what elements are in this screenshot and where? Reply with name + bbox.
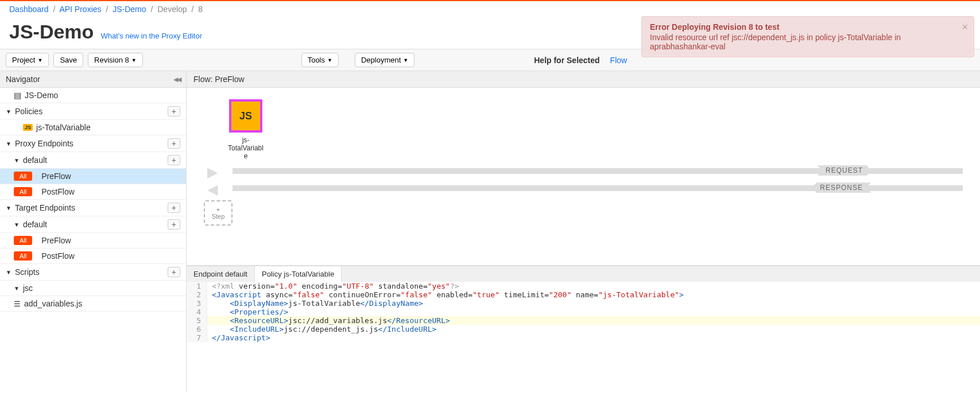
project-dropdown[interactable]: Project▼ — [6, 53, 49, 67]
all-badge: All — [14, 251, 32, 261]
help-for-selected-label: Help for Selected — [534, 56, 599, 65]
nav-policies-section[interactable]: ▼ Policies + — [0, 103, 186, 120]
alert-body: Invalid resource url ref jsc://dependent… — [650, 33, 955, 51]
policy-step-label: js-TotalVariable — [227, 136, 265, 160]
request-label: REQUEST — [818, 165, 871, 176]
save-button[interactable]: Save — [53, 53, 83, 67]
nav-proxy-postflow[interactable]: All PostFlow — [0, 184, 186, 200]
editor-tabs: Endpoint default Policy js-TotalVariable — [187, 266, 980, 282]
nav-root[interactable]: ▤ JS-Demo — [0, 88, 186, 103]
code-line[interactable]: 6 <IncludeURL>jsc://dependent_js.js</Inc… — [187, 325, 980, 333]
add-script-button[interactable]: + — [168, 267, 180, 277]
collapse-nav-icon[interactable]: ◀◀ — [173, 76, 180, 83]
code-line[interactable]: 5 <ResourceURL>jsc://add_variables.js</R… — [187, 316, 980, 325]
error-alert: × Error Deploying Revision 8 to test Inv… — [641, 16, 974, 57]
code-editor[interactable]: 1<?xml version="1.0" encoding="UTF-8" st… — [187, 282, 980, 342]
chevron-down-icon: ▼ — [6, 141, 11, 147]
nav-target-preflow[interactable]: All PreFlow — [0, 233, 186, 248]
navigator-title: Navigator — [6, 75, 40, 84]
code-line[interactable]: 1<?xml version="1.0" encoding="UTF-8" st… — [187, 282, 980, 290]
navigator: Navigator ◀◀ ▤ JS-Demo ▼ Policies + JS j… — [0, 71, 187, 393]
flow-link[interactable]: Flow — [610, 56, 627, 65]
request-line: REQUEST — [233, 168, 963, 174]
arrow-left-icon: ◀ — [207, 181, 218, 197]
js-icon: JS — [23, 124, 33, 131]
response-label: RESPONSE — [812, 182, 871, 193]
breadcrumb: Dashboard / API Proxies / JS-Demo / Deve… — [0, 1, 980, 17]
file-icon: ☰ — [14, 300, 21, 308]
add-policy-button[interactable]: + — [168, 106, 180, 116]
code-line[interactable]: 7</Javascript> — [187, 333, 980, 342]
nav-jsc-folder[interactable]: ▼ jsc — [0, 281, 186, 296]
policy-step[interactable]: JS js-TotalVariable — [227, 99, 265, 160]
code-line[interactable]: 2<Javascript async="false" continueOnErr… — [187, 290, 980, 299]
chevron-down-icon: ▼ — [14, 285, 20, 292]
all-badge: All — [14, 187, 32, 196]
nav-target-endpoints-section[interactable]: ▼ Target Endpoints + — [0, 200, 186, 216]
add-flow-button[interactable]: + — [168, 155, 180, 165]
breadcrumb-dashboard[interactable]: Dashboard — [9, 5, 49, 14]
nav-script-file[interactable]: ☰ add_variables.js — [0, 296, 186, 312]
tab-endpoint-default[interactable]: Endpoint default — [187, 266, 255, 282]
alert-title: Error Deploying Revision 8 to test — [650, 22, 955, 32]
nav-target-default[interactable]: ▼ default + — [0, 216, 186, 233]
add-proxy-endpoint-button[interactable]: + — [168, 138, 180, 149]
nav-proxy-preflow[interactable]: All PreFlow — [0, 169, 186, 184]
nav-proxy-default[interactable]: ▼ default + — [0, 152, 186, 169]
add-target-endpoint-button[interactable]: + — [168, 203, 180, 213]
deployment-dropdown[interactable]: Deployment▼ — [355, 53, 415, 67]
chevron-down-icon: ▼ — [14, 222, 20, 228]
code-line[interactable]: 4 <Properties/> — [187, 308, 980, 316]
all-badge: All — [14, 236, 32, 245]
response-line: RESPONSE — [233, 185, 963, 191]
whats-new-link[interactable]: What's new in the Proxy Editor — [100, 32, 202, 40]
flow-header: Flow: PreFlow — [187, 71, 980, 88]
document-icon: ▤ — [14, 91, 21, 100]
chevron-down-icon: ▼ — [6, 108, 11, 115]
arrow-right-icon: ▶ — [207, 164, 218, 180]
tab-policy[interactable]: Policy js-TotalVariable — [255, 266, 342, 282]
breadcrumb-revision: 8 — [198, 5, 203, 14]
close-icon[interactable]: × — [962, 21, 968, 33]
all-badge: All — [14, 172, 32, 181]
chevron-down-icon: ▼ — [14, 157, 20, 164]
nav-scripts-section[interactable]: ▼ Scripts + — [0, 264, 186, 281]
code-line[interactable]: 3 <DisplayName>js-TotalVariable</Display… — [187, 299, 980, 308]
tools-dropdown[interactable]: Tools▼ — [301, 53, 339, 67]
add-step-button[interactable]: + Step — [204, 200, 233, 226]
plus-icon: + — [216, 206, 220, 213]
chevron-down-icon: ▼ — [6, 205, 11, 211]
chevron-down-icon: ▼ — [6, 269, 11, 275]
page-title: JS-Demo — [9, 21, 94, 43]
revision-dropdown[interactable]: Revision 8▼ — [88, 53, 143, 67]
nav-policy-item[interactable]: JS js-TotalVariable — [0, 120, 186, 135]
breadcrumb-develop: Develop — [157, 5, 187, 14]
js-policy-icon: JS — [229, 99, 262, 133]
breadcrumb-js-demo[interactable]: JS-Demo — [113, 5, 146, 14]
nav-proxy-endpoints-section[interactable]: ▼ Proxy Endpoints + — [0, 135, 186, 152]
nav-target-postflow[interactable]: All PostFlow — [0, 248, 186, 264]
breadcrumb-api-proxies[interactable]: API Proxies — [59, 5, 101, 14]
add-target-flow-button[interactable]: + — [168, 219, 180, 230]
flow-canvas: JS js-TotalVariable ▶ REQUEST ◀ RESPONSE… — [187, 88, 980, 266]
